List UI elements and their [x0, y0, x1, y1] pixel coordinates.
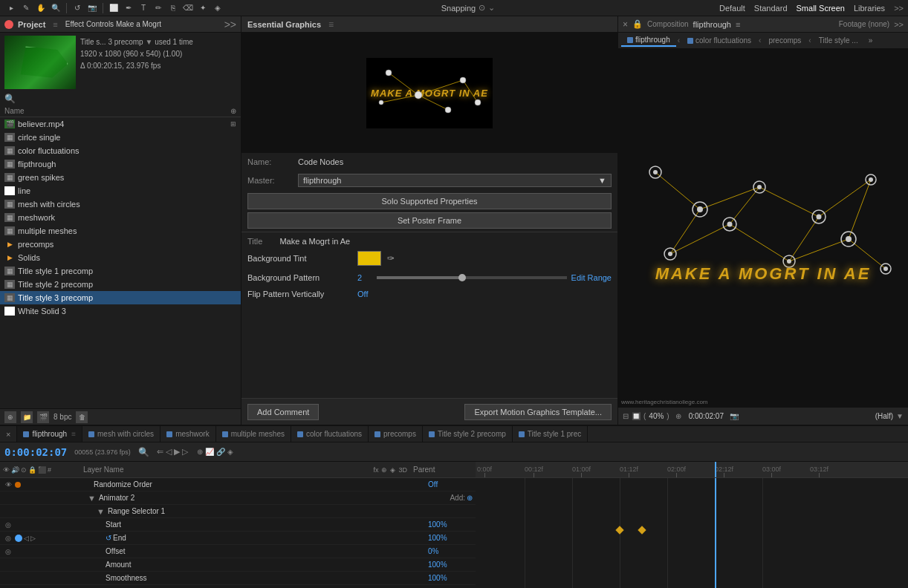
file-precomps-folder[interactable]: ▶ precomps — [0, 238, 241, 251]
tl-tab-multiple[interactable]: multiple meshes — [216, 426, 291, 442]
tl-val-end[interactable]: 100% — [428, 534, 473, 542]
tl-tab-title2[interactable]: Title style 2 precomp — [423, 426, 513, 442]
hand-tool[interactable]: ✋ — [34, 1, 48, 15]
flip-value[interactable]: Off — [357, 290, 368, 298]
tl-step-back-btn[interactable]: ◁ — [166, 447, 172, 457]
comp-menu-icon[interactable]: ≡ — [736, 20, 740, 29]
tl-tab-color-fluct[interactable]: color fluctuations — [291, 426, 369, 442]
eraser-tool[interactable]: ⌫ — [181, 1, 195, 15]
comp-expand-btn[interactable]: >> — [894, 20, 904, 29]
folder-icon[interactable]: 📁 — [21, 411, 33, 423]
edit-range-btn[interactable]: Edit Range — [571, 273, 612, 282]
add-comment-btn[interactable]: Add Comment — [247, 404, 319, 420]
tl-search-icon[interactable]: 🔍 — [138, 447, 149, 457]
tl-val-offset[interactable]: 0% — [428, 547, 473, 555]
comp-lock-icon[interactable]: 🔒 — [632, 19, 643, 29]
tl-tab-title1[interactable]: Title style 1 prec — [513, 426, 588, 442]
tl-playhead[interactable] — [715, 478, 716, 588]
comp-camera-icon[interactable]: 📷 — [730, 412, 739, 420]
comp-tab-more[interactable]: » — [869, 36, 873, 45]
tl-rewind-btn[interactable]: ⇐ — [157, 447, 163, 457]
tl-mask-btn[interactable]: 🔗 — [216, 448, 225, 456]
export-btn[interactable]: Export Motion Graphics Template... — [464, 404, 612, 420]
bg-tint-swatch[interactable] — [357, 251, 381, 266]
file-color-fluctuations[interactable]: ▦ color fluctuations — [0, 144, 241, 157]
tl-add-btn[interactable]: ⊕ — [467, 494, 473, 502]
workspace-default[interactable]: Default — [719, 4, 745, 13]
tl-range-triangle[interactable]: ▼ — [97, 507, 105, 516]
workspace-libraries[interactable]: Libraries — [854, 4, 885, 13]
comp-tab-precomps[interactable]: precomps — [762, 35, 807, 46]
comp-quality-arrow[interactable]: ▼ — [896, 412, 904, 420]
comp-tab-title[interactable]: Title style ... — [813, 35, 864, 46]
tl-close-flip[interactable]: ≡ — [71, 430, 76, 438]
eyedropper-icon[interactable]: ✑ — [387, 253, 395, 264]
workspace-standard[interactable]: Standard — [754, 4, 788, 13]
comp-close-btn[interactable]: × — [623, 19, 628, 30]
text-tool[interactable]: T — [137, 1, 150, 15]
tl-tab-flipthrough[interactable]: flipthrough ≡ — [17, 426, 82, 442]
tl-eye-offset[interactable]: ◎ — [3, 546, 13, 557]
tl-step-fwd-btn[interactable]: ▷ — [182, 447, 188, 457]
rotate-tool[interactable]: ↺ — [71, 1, 84, 15]
pen-path-tool[interactable]: ✒ — [122, 1, 135, 15]
tl-eye-start[interactable]: ◎ — [3, 520, 13, 530]
tl-val-start[interactable]: 100% — [428, 520, 473, 529]
comp-tab-flipthrough[interactable]: flipthrough — [621, 34, 676, 47]
zoom-dropdown[interactable]: 40% — [649, 412, 664, 420]
file-solids-folder[interactable]: ▶ Solids — [0, 251, 241, 264]
tl-graph-btn[interactable]: 📈 — [205, 448, 214, 456]
tl-eye-randomize[interactable]: 👁 — [3, 480, 13, 490]
tl-val-amount[interactable]: 100% — [428, 561, 473, 569]
file-believer[interactable]: 🎬 believer.mp4 ⊞ — [0, 117, 241, 131]
rect-tool[interactable]: ⬜ — [107, 1, 120, 15]
comp-view-options[interactable]: ⊕ — [675, 412, 681, 420]
file-green-spikes[interactable]: ▦ green spikes — [0, 171, 241, 184]
tl-timecode[interactable]: 0:00:02:07 — [4, 446, 67, 458]
tl-kf-end-1[interactable] — [615, 526, 623, 534]
file-flipthrough[interactable]: ▦ flipthrough — [0, 157, 241, 171]
tl-val-smooth[interactable]: 100% — [428, 574, 473, 582]
camera-tool[interactable]: 📷 — [85, 1, 99, 15]
tl-tab-precomps-tl[interactable]: precomps — [369, 426, 423, 442]
shape-tool[interactable]: ◈ — [211, 1, 224, 15]
snapping-icon[interactable]: ⊙ — [479, 3, 485, 13]
bg-pattern-value[interactable]: 2 — [357, 273, 372, 282]
file-col-icon[interactable]: ⊕ — [230, 107, 236, 115]
file-meshwork[interactable]: ▦ meshwork — [0, 211, 241, 224]
snapping-expand[interactable]: ⌄ — [488, 3, 495, 13]
puppet-tool[interactable]: ✦ — [196, 1, 210, 15]
pen-tool[interactable]: ✎ — [19, 1, 33, 15]
tl-tab-meshwork[interactable]: meshwork — [160, 426, 216, 442]
workspace-expand[interactable]: >> — [894, 4, 904, 13]
comp-timecode[interactable]: 0:00:02:07 — [689, 412, 724, 420]
file-mesh-circles[interactable]: ▦ mesh with circles — [0, 197, 241, 211]
tl-eye-end[interactable]: ◎ — [3, 533, 13, 543]
eg-master-dropdown[interactable]: flipthrough ▼ — [298, 174, 612, 187]
project-panel-menu[interactable]: >> — [224, 19, 236, 30]
quality-dropdown[interactable]: (Half) — [875, 412, 893, 420]
tl-keyframes-bg[interactable] — [476, 478, 908, 588]
selection-tool[interactable]: ▸ — [4, 1, 18, 15]
tl-play-btn[interactable]: ▶ — [174, 447, 180, 457]
workspace-small-screen[interactable]: Small Screen — [797, 4, 845, 13]
file-title3[interactable]: ▦ Title style 3 precomp — [0, 291, 241, 304]
tl-tab-mesh-circles[interactable]: mesh with circles — [82, 426, 160, 442]
zoom-tool[interactable]: 🔍 — [49, 1, 62, 15]
tl-tab-close-icon[interactable]: × — [0, 426, 17, 442]
tl-prev-kf[interactable]: ◁ — [24, 535, 29, 542]
bg-pattern-track[interactable] — [377, 276, 567, 279]
tl-keyframe-toggle-end[interactable] — [15, 535, 22, 542]
file-multiple-meshes[interactable]: ▦ multiple meshes — [0, 224, 241, 238]
set-poster-btn[interactable]: Set Poster Frame — [247, 212, 612, 229]
comp-zoom-icon[interactable]: 🔲 — [632, 412, 641, 420]
file-title1[interactable]: ▦ Title style 1 precomp — [0, 264, 241, 278]
tl-anim2-triangle[interactable]: ▼ — [88, 494, 96, 503]
tl-kf-end-2[interactable] — [638, 526, 646, 534]
file-white-solid[interactable]: White Solid 3 — [0, 304, 241, 318]
eg-menu-icon[interactable]: ≡ — [328, 19, 334, 30]
solo-supported-btn[interactable]: Solo Supported Properties — [247, 193, 612, 209]
tl-motion-blur-btn[interactable]: ◈ — [227, 448, 233, 456]
trash-icon[interactable]: 🗑 — [76, 411, 88, 423]
file-title2[interactable]: ▦ Title style 2 precomp — [0, 278, 241, 291]
